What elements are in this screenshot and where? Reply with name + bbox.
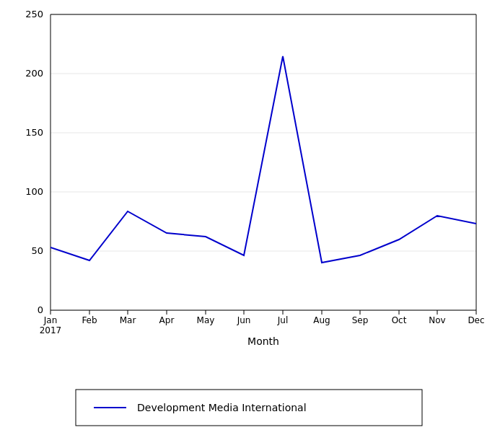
x-label-mar: Mar bbox=[120, 315, 136, 325]
legend-label: Development Media International bbox=[137, 402, 307, 413]
x-label-year: 2017 bbox=[40, 325, 62, 335]
chart-container: 250 200 150 100 50 0 Jan 2017 Feb bbox=[0, 0, 500, 448]
x-label-nov: Nov bbox=[429, 315, 445, 325]
x-label-may: May bbox=[197, 315, 215, 325]
x-label-feb: Feb bbox=[82, 315, 97, 325]
y-tick-200: 200 bbox=[25, 68, 43, 79]
x-label-jun: Jun bbox=[237, 315, 251, 325]
x-label-oct: Oct bbox=[392, 315, 407, 325]
x-label-aug: Aug bbox=[313, 315, 330, 325]
x-label-sep: Sep bbox=[352, 315, 369, 325]
x-label-apr: Apr bbox=[159, 315, 175, 325]
x-axis-label: Month bbox=[247, 335, 279, 347]
y-tick-250: 250 bbox=[25, 9, 43, 19]
svg-rect-0 bbox=[51, 14, 476, 310]
x-label-jul: Jul bbox=[277, 315, 288, 325]
data-line bbox=[51, 56, 476, 263]
x-label-jan: Jan bbox=[43, 315, 58, 325]
y-tick-150: 150 bbox=[25, 127, 43, 138]
y-tick-100: 100 bbox=[25, 186, 43, 197]
x-label-dec: Dec bbox=[468, 315, 484, 325]
y-tick-0: 0 bbox=[38, 304, 43, 315]
y-tick-50: 50 bbox=[31, 245, 43, 256]
